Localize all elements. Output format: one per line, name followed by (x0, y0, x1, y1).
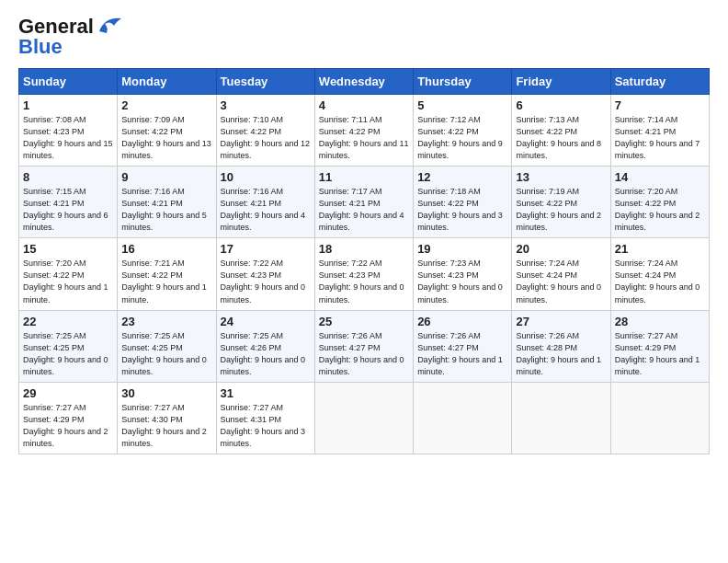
logo-bird-icon (96, 15, 123, 35)
day-number: 23 (121, 315, 211, 328)
day-cell: 25Sunrise: 7:26 AMSunset: 4:27 PMDayligh… (314, 310, 413, 382)
day-info: Sunrise: 7:19 AMSunset: 4:22 PMDaylight:… (516, 187, 601, 232)
day-info: Sunrise: 7:22 AMSunset: 4:23 PMDaylight:… (319, 259, 404, 304)
header-friday: Friday (512, 69, 610, 95)
day-cell: 18Sunrise: 7:22 AMSunset: 4:23 PMDayligh… (314, 238, 413, 310)
day-cell: 22Sunrise: 7:25 AMSunset: 4:25 PMDayligh… (19, 310, 118, 382)
header-row: SundayMondayTuesdayWednesdayThursdayFrid… (19, 69, 710, 95)
day-cell: 31Sunrise: 7:27 AMSunset: 4:31 PMDayligh… (216, 382, 314, 454)
day-info: Sunrise: 7:25 AMSunset: 4:25 PMDaylight:… (121, 331, 207, 376)
week-row-1: 1Sunrise: 7:08 AMSunset: 4:23 PMDaylight… (19, 95, 710, 167)
day-number: 17 (221, 242, 311, 256)
day-info: Sunrise: 7:27 AMSunset: 4:31 PMDaylight:… (221, 403, 306, 448)
day-cell: 5Sunrise: 7:12 AMSunset: 4:22 PMDaylight… (414, 95, 512, 167)
day-cell: 10Sunrise: 7:16 AMSunset: 4:21 PMDayligh… (216, 167, 314, 238)
day-number: 19 (417, 242, 507, 256)
day-number: 4 (319, 98, 409, 112)
day-info: Sunrise: 7:20 AMSunset: 4:22 PMDaylight:… (615, 187, 700, 232)
header-saturday: Saturday (610, 69, 709, 95)
day-info: Sunrise: 7:23 AMSunset: 4:23 PMDaylight:… (417, 259, 503, 304)
day-cell: 29Sunrise: 7:27 AMSunset: 4:29 PMDayligh… (19, 382, 118, 454)
day-info: Sunrise: 7:27 AMSunset: 4:29 PMDaylight:… (23, 403, 108, 448)
day-number: 21 (615, 242, 705, 256)
day-number: 20 (516, 242, 606, 256)
day-number: 2 (121, 98, 211, 112)
day-info: Sunrise: 7:21 AMSunset: 4:22 PMDaylight:… (121, 259, 207, 304)
header-thursday: Thursday (414, 69, 512, 95)
day-info: Sunrise: 7:18 AMSunset: 4:22 PMDaylight:… (417, 187, 503, 232)
day-number: 9 (121, 170, 211, 184)
day-info: Sunrise: 7:10 AMSunset: 4:22 PMDaylight:… (221, 115, 311, 160)
day-number: 31 (221, 386, 311, 400)
day-info: Sunrise: 7:16 AMSunset: 4:21 PMDaylight:… (121, 187, 207, 232)
day-number: 7 (615, 98, 705, 112)
day-cell: 17Sunrise: 7:22 AMSunset: 4:23 PMDayligh… (216, 238, 314, 310)
day-info: Sunrise: 7:22 AMSunset: 4:23 PMDaylight:… (221, 259, 306, 304)
day-info: Sunrise: 7:08 AMSunset: 4:23 PMDaylight:… (23, 115, 113, 160)
day-info: Sunrise: 7:26 AMSunset: 4:27 PMDaylight:… (319, 331, 404, 376)
header-sunday: Sunday (19, 69, 118, 95)
day-cell: 26Sunrise: 7:26 AMSunset: 4:27 PMDayligh… (414, 310, 512, 382)
day-cell: 12Sunrise: 7:18 AMSunset: 4:22 PMDayligh… (414, 167, 512, 238)
day-info: Sunrise: 7:27 AMSunset: 4:30 PMDaylight:… (121, 403, 207, 448)
day-cell: 6Sunrise: 7:13 AMSunset: 4:22 PMDaylight… (512, 95, 610, 167)
day-number: 27 (516, 315, 606, 328)
week-row-2: 8Sunrise: 7:15 AMSunset: 4:21 PMDaylight… (19, 167, 710, 238)
day-number: 14 (615, 170, 705, 184)
day-cell (414, 382, 512, 454)
day-number: 5 (417, 98, 507, 112)
day-info: Sunrise: 7:16 AMSunset: 4:21 PMDaylight:… (221, 187, 306, 232)
day-info: Sunrise: 7:26 AMSunset: 4:28 PMDaylight:… (516, 331, 601, 376)
day-number: 30 (121, 386, 211, 400)
calendar-table: SundayMondayTuesdayWednesdayThursdayFrid… (18, 68, 710, 454)
day-cell: 19Sunrise: 7:23 AMSunset: 4:23 PMDayligh… (414, 238, 512, 310)
day-info: Sunrise: 7:09 AMSunset: 4:22 PMDaylight:… (121, 115, 211, 160)
day-number: 6 (516, 98, 606, 112)
day-cell: 11Sunrise: 7:17 AMSunset: 4:21 PMDayligh… (314, 167, 413, 238)
day-number: 26 (417, 315, 507, 328)
day-number: 28 (615, 315, 705, 328)
day-cell: 16Sunrise: 7:21 AMSunset: 4:22 PMDayligh… (118, 238, 216, 310)
calendar-header: SundayMondayTuesdayWednesdayThursdayFrid… (19, 69, 710, 95)
day-cell: 13Sunrise: 7:19 AMSunset: 4:22 PMDayligh… (512, 167, 610, 238)
day-info: Sunrise: 7:15 AMSunset: 4:21 PMDaylight:… (23, 187, 108, 232)
day-cell: 20Sunrise: 7:24 AMSunset: 4:24 PMDayligh… (512, 238, 610, 310)
day-cell: 14Sunrise: 7:20 AMSunset: 4:22 PMDayligh… (610, 167, 709, 238)
day-number: 22 (23, 315, 113, 328)
day-number: 24 (221, 315, 311, 328)
header-tuesday: Tuesday (216, 69, 314, 95)
day-info: Sunrise: 7:25 AMSunset: 4:26 PMDaylight:… (221, 331, 306, 376)
day-info: Sunrise: 7:12 AMSunset: 4:22 PMDaylight:… (417, 115, 503, 160)
day-number: 15 (23, 242, 113, 256)
logo: General Blue (18, 15, 123, 59)
week-row-5: 29Sunrise: 7:27 AMSunset: 4:29 PMDayligh… (19, 382, 710, 454)
day-info: Sunrise: 7:13 AMSunset: 4:22 PMDaylight:… (516, 115, 601, 160)
week-row-3: 15Sunrise: 7:20 AMSunset: 4:22 PMDayligh… (19, 238, 710, 310)
day-cell (314, 382, 413, 454)
day-cell (512, 382, 610, 454)
day-cell: 4Sunrise: 7:11 AMSunset: 4:22 PMDaylight… (314, 95, 413, 167)
week-row-4: 22Sunrise: 7:25 AMSunset: 4:25 PMDayligh… (19, 310, 710, 382)
day-info: Sunrise: 7:26 AMSunset: 4:27 PMDaylight:… (417, 331, 503, 376)
day-info: Sunrise: 7:24 AMSunset: 4:24 PMDaylight:… (615, 259, 700, 304)
day-cell: 24Sunrise: 7:25 AMSunset: 4:26 PMDayligh… (216, 310, 314, 382)
day-cell: 30Sunrise: 7:27 AMSunset: 4:30 PMDayligh… (118, 382, 216, 454)
day-cell: 9Sunrise: 7:16 AMSunset: 4:21 PMDaylight… (118, 167, 216, 238)
page: General Blue SundayMondayTuesdayWednesda… (0, 0, 728, 465)
day-number: 29 (23, 386, 113, 400)
day-cell: 28Sunrise: 7:27 AMSunset: 4:29 PMDayligh… (610, 310, 709, 382)
day-cell: 2Sunrise: 7:09 AMSunset: 4:22 PMDaylight… (118, 95, 216, 167)
day-info: Sunrise: 7:25 AMSunset: 4:25 PMDaylight:… (23, 331, 108, 376)
header-wednesday: Wednesday (314, 69, 413, 95)
day-number: 1 (23, 98, 113, 112)
day-number: 10 (221, 170, 311, 184)
day-cell (610, 382, 709, 454)
day-cell: 7Sunrise: 7:14 AMSunset: 4:21 PMDaylight… (610, 95, 709, 167)
day-cell: 21Sunrise: 7:24 AMSunset: 4:24 PMDayligh… (610, 238, 709, 310)
day-cell: 3Sunrise: 7:10 AMSunset: 4:22 PMDaylight… (216, 95, 314, 167)
header-monday: Monday (118, 69, 216, 95)
day-number: 11 (319, 170, 409, 184)
logo-blue: Blue (18, 35, 63, 59)
day-number: 16 (121, 242, 211, 256)
day-info: Sunrise: 7:11 AMSunset: 4:22 PMDaylight:… (319, 115, 409, 160)
